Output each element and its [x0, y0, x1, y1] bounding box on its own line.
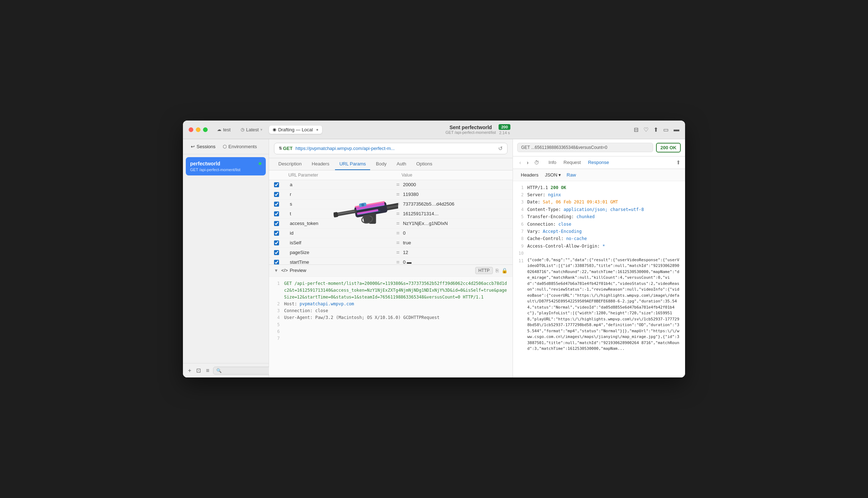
param-pagesize-checkbox[interactable] — [274, 250, 279, 255]
code-preview-area: 1 GET /api-perfect-moment/list?a=20000&r… — [269, 276, 513, 378]
raw-tab[interactable]: Raw — [564, 171, 579, 179]
latest-tab[interactable]: ◷ Latest ▾ — [237, 126, 266, 134]
param-pagesize-eq: = — [395, 249, 402, 256]
http-line-10: 10 — [517, 250, 681, 257]
prev-response-button[interactable]: ‹ — [517, 159, 523, 166]
folder-button[interactable]: ⊡ — [195, 366, 202, 375]
refresh-button[interactable]: ↺ — [498, 145, 503, 152]
request-tab[interactable]: Request — [561, 159, 584, 166]
drafting-tab[interactable]: ◉ Drafting — Local ● — [269, 126, 322, 134]
line-2-content: Host: pvpmatchapi.wmpvp.com — [284, 301, 354, 307]
ok-status-badge: 200 OK — [656, 143, 681, 152]
response-tab[interactable]: Response — [585, 159, 612, 166]
sidebar-search-input[interactable] — [213, 367, 273, 375]
tab-description[interactable]: Description — [274, 158, 306, 170]
info-tab[interactable]: Info — [546, 159, 559, 166]
sessions-label: Sessions — [197, 144, 216, 149]
tab-headers[interactable]: Headers — [307, 158, 334, 170]
http-line-11: 11 {"code":0,"msg":"","data":{"result":{… — [517, 257, 681, 352]
sessions-icon: ↩ — [191, 144, 195, 149]
history-icon: ◷ — [241, 127, 244, 132]
http-line-8: 8 Cache-Control: no-cache — [517, 235, 681, 242]
next-response-button[interactable]: › — [525, 159, 531, 166]
param-row-t: t = 161259171314… — [269, 209, 513, 219]
param-row-a: a = 20000 — [269, 180, 513, 190]
line-num-4: 4 — [274, 314, 280, 321]
param-row-starttime: startTime = 0 ▬ — [269, 258, 513, 264]
param-r-eq: = — [395, 191, 402, 198]
param-access-token-checkbox[interactable] — [274, 221, 279, 226]
export-button[interactable]: ⬆ — [676, 159, 681, 166]
headers-tab[interactable]: Headers — [517, 171, 542, 179]
param-s-eq: = — [395, 201, 402, 207]
test-tab-label: test — [223, 127, 231, 132]
param-id-checkbox[interactable] — [274, 231, 279, 236]
param-starttime-checkbox[interactable] — [274, 260, 279, 264]
json-dropdown[interactable]: JSON ▾ — [542, 171, 564, 179]
minimize-button[interactable] — [196, 127, 201, 132]
param-row-r: r = 119380 — [269, 190, 513, 199]
sidebar-request-name: perfectworld — [190, 161, 261, 166]
json-label: JSON — [545, 172, 557, 178]
tab-url-params[interactable]: URL Params — [335, 158, 370, 170]
param-isself-name: isSelf — [288, 240, 395, 245]
url-param-header: URL Parameter — [288, 173, 395, 178]
tab-body[interactable]: Body — [372, 158, 391, 170]
param-t-value: 161259171314… — [402, 211, 508, 216]
value-header: Value — [402, 173, 508, 178]
maximize-button[interactable] — [203, 127, 208, 132]
code-icon: </> — [281, 268, 288, 273]
heart-icon[interactable]: ♡ — [643, 126, 648, 133]
response-panel: GET ...65611988863365348&versusCount=0 2… — [513, 139, 685, 378]
list-view-button[interactable]: ≡ — [204, 367, 211, 375]
params-table: URL Parameter Value a = 20000 r = 119380 — [269, 170, 513, 264]
param-row-id: id = 0 — [269, 229, 513, 238]
param-s-value: 737373562b5…d4d2506 — [402, 201, 508, 207]
http-line-2: 2 Server: nginx — [517, 191, 681, 198]
param-pagesize-value: 12 — [402, 250, 508, 255]
param-id-value: 0 — [402, 230, 508, 236]
param-t-checkbox[interactable] — [274, 211, 279, 216]
url-display: https://pvpmatchapi.wmpvp.com/api-perfec… — [296, 146, 495, 151]
environments-nav[interactable]: ⬡ Environments — [219, 142, 260, 151]
title-bar: ☁ test ◷ Latest ▾ ◉ Drafting — Local ● S… — [183, 121, 685, 139]
http-line-9: 9 Access-Control-Allow-Origin: * — [517, 243, 681, 250]
param-row-access-token: access_token = NzY1NjEx…g1NDIxN — [269, 219, 513, 229]
history-button[interactable]: ⏱ — [532, 159, 541, 166]
response-tabs: Info Request Response — [546, 159, 612, 166]
line-num-3: 3 — [274, 307, 280, 314]
screen-icon[interactable]: ▬ — [674, 126, 679, 133]
tab-options[interactable]: Options — [412, 158, 437, 170]
param-a-name: a — [288, 182, 395, 187]
params-table-header: URL Parameter Value — [269, 170, 513, 180]
preview-toggle-button[interactable]: ▼ — [274, 268, 278, 273]
param-isself-checkbox[interactable] — [274, 240, 279, 245]
http-line-4: 4 Content-Type: application/json; charse… — [517, 206, 681, 213]
param-id-eq: = — [395, 230, 402, 236]
param-s-checkbox[interactable] — [274, 202, 279, 207]
latest-tab-label: Latest — [246, 127, 259, 132]
test-tab[interactable]: ☁ test — [213, 126, 234, 134]
app-window: ☁ test ◷ Latest ▾ ◉ Drafting — Local ● S… — [183, 121, 685, 378]
http-badge: HTTP — [475, 267, 493, 274]
response-nav: ‹ › ⏱ Info Request Response ⬆ — [513, 156, 685, 169]
sidebar-request-item[interactable]: perfectworld GET /api-perfect-moment/lis… — [186, 157, 266, 175]
preview-button[interactable]: </> Preview — [281, 268, 306, 273]
param-a-checkbox[interactable] — [274, 182, 279, 187]
tab-dot-icon: ● — [316, 127, 319, 132]
response-url-bar: GET ...65611988863365348&versusCount=0 2… — [513, 139, 685, 156]
response-body: 1 HTTP/1.1 200 OK 2 Server: nginx 3 Date… — [513, 181, 685, 378]
copy-button[interactable]: ⎘ — [496, 268, 499, 273]
close-button[interactable] — [189, 127, 193, 132]
sessions-nav[interactable]: ↩ Sessions — [187, 142, 219, 151]
param-r-checkbox[interactable] — [274, 192, 279, 197]
panel-icon[interactable]: ▭ — [663, 126, 669, 133]
add-item-button[interactable]: + — [187, 367, 193, 375]
http-line-6: 6 Connection: close — [517, 221, 681, 228]
url-input-container[interactable]: ⇅ GET https://pvpmatchapi.wmpvp.com/api-… — [274, 143, 508, 154]
param-pagesize-name: pageSize — [288, 250, 395, 255]
upload-icon[interactable]: ⬆ — [654, 126, 658, 133]
param-t-eq: = — [395, 211, 402, 217]
layout-icon[interactable]: ⊟ — [634, 126, 638, 133]
tab-auth[interactable]: Auth — [392, 158, 411, 170]
